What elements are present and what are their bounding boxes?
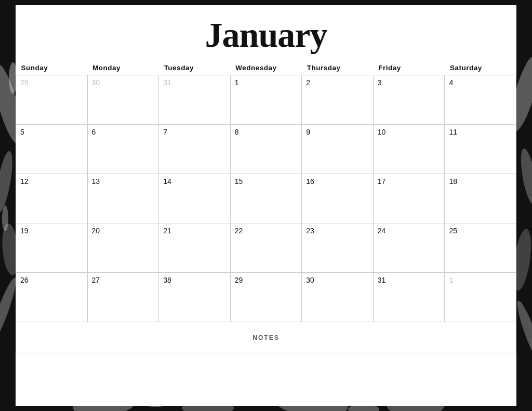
day-cell-w3-d3[interactable]: 14 <box>159 174 231 223</box>
calendar-container: January Sunday Monday Tuesday Wednesday … <box>16 5 516 406</box>
header-monday: Monday <box>87 61 159 75</box>
day-cell-w4-d4[interactable]: 22 <box>230 223 302 273</box>
svg-point-1 <box>0 150 16 214</box>
day-cell-w1-d4[interactable]: 1 <box>230 75 302 125</box>
week-row-1: 2930311234 <box>16 75 516 125</box>
day-cell-w5-d6[interactable]: 31 <box>373 273 445 322</box>
day-cell-w2-d3[interactable]: 7 <box>159 125 231 174</box>
header-wednesday: Wednesday <box>230 61 302 75</box>
day-cell-w1-d7[interactable]: 4 <box>445 75 516 125</box>
svg-point-5 <box>2 205 8 231</box>
day-cell-w4-d6[interactable]: 24 <box>373 223 445 273</box>
week-row-2: 567891011 <box>16 125 516 174</box>
day-cell-w3-d5[interactable]: 16 <box>302 174 374 223</box>
day-cell-w4-d2[interactable]: 20 <box>87 223 159 273</box>
day-cell-w1-d3[interactable]: 31 <box>159 75 231 125</box>
day-cell-w4-d5[interactable]: 23 <box>302 223 374 273</box>
day-cell-w4-d1[interactable]: 19 <box>16 223 88 273</box>
header-thursday: Thursday <box>302 61 374 75</box>
day-cell-w2-d6[interactable]: 10 <box>373 125 445 174</box>
day-cell-w5-d2[interactable]: 27 <box>87 273 159 322</box>
day-cell-w2-d7[interactable]: 11 <box>445 125 516 174</box>
day-cell-w1-d5[interactable]: 2 <box>302 75 374 125</box>
day-cell-w3-d2[interactable]: 13 <box>87 174 159 223</box>
day-cell-w5-d4[interactable]: 29 <box>230 273 302 322</box>
svg-point-7 <box>518 148 532 206</box>
day-cell-w1-d1[interactable]: 29 <box>16 75 88 125</box>
header-row: Sunday Monday Tuesday Wednesday Thursday… <box>16 61 516 75</box>
day-cell-w3-d4[interactable]: 15 <box>230 174 302 223</box>
day-cell-w5-d5[interactable]: 30 <box>302 273 374 322</box>
day-cell-w3-d6[interactable]: 17 <box>373 174 445 223</box>
day-cell-w2-d4[interactable]: 8 <box>230 125 302 174</box>
week-row-5: 2627382930311 <box>16 273 516 322</box>
day-cell-w3-d1[interactable]: 12 <box>16 174 88 223</box>
day-cell-w5-d1[interactable]: 26 <box>16 273 88 322</box>
day-cell-w2-d2[interactable]: 6 <box>87 125 159 174</box>
week-row-3: 12131415161718 <box>16 174 516 223</box>
notes-row: NOTES <box>16 322 516 353</box>
day-cell-w4-d3[interactable]: 21 <box>159 223 231 273</box>
calendar-table: Sunday Monday Tuesday Wednesday Thursday… <box>16 61 516 353</box>
header-tuesday: Tuesday <box>159 61 231 75</box>
day-cell-w1-d6[interactable]: 3 <box>373 75 445 125</box>
day-cell-w5-d3[interactable]: 38 <box>159 273 231 322</box>
day-cell-w2-d1[interactable]: 5 <box>16 125 88 174</box>
header-saturday: Saturday <box>445 61 516 75</box>
header-sunday: Sunday <box>16 61 88 75</box>
month-title: January <box>16 5 516 61</box>
day-cell-w2-d5[interactable]: 9 <box>302 125 374 174</box>
day-cell-w1-d2[interactable]: 30 <box>87 75 159 125</box>
notes-label: NOTES <box>16 322 516 353</box>
week-row-4: 19202122232425 <box>16 223 516 273</box>
header-friday: Friday <box>373 61 445 75</box>
day-cell-w3-d7[interactable]: 18 <box>445 174 516 223</box>
day-cell-w5-d7[interactable]: 1 <box>445 273 516 322</box>
day-cell-w4-d7[interactable]: 25 <box>445 223 516 273</box>
